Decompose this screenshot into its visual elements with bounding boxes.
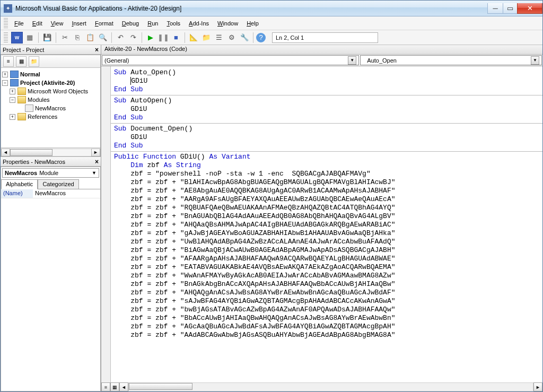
collapse-icon[interactable]: − (2, 80, 8, 86)
project-explorer-icon[interactable]: 📁 (200, 32, 212, 43)
expand-icon[interactable]: + (2, 72, 8, 77)
project-icon (10, 71, 19, 78)
menu-addins[interactable]: Add-Ins (185, 19, 213, 28)
titlebar[interactable]: ✦ Microsoft Visual Basic for Application… (1, 1, 542, 16)
view-full-icon[interactable]: ▦ (110, 382, 119, 391)
view-procedure-icon[interactable]: ≡ (101, 382, 110, 391)
project-icon (10, 79, 19, 86)
code-area: Sub Auto_Open() GDiU End Sub Sub AutoOpe… (101, 66, 542, 391)
properties-object-name: NewMacros (5, 170, 37, 176)
properties-grid[interactable]: (Name) NewMacros (1, 189, 100, 391)
chevron-down-icon[interactable]: ▼ (92, 170, 97, 176)
toolbox-icon[interactable]: 🔧 (239, 32, 250, 43)
pause-icon[interactable]: ❚❚ (157, 32, 169, 43)
menu-format[interactable]: Format (91, 19, 118, 28)
copy-icon[interactable]: ⎘ (72, 32, 83, 43)
menu-file[interactable]: File (10, 19, 28, 28)
code-document-title: Aktivite-20 - NewMacros (Code) (101, 45, 542, 55)
project-panel-label: Project - Project (3, 47, 44, 53)
stop-icon[interactable]: ■ (170, 32, 182, 43)
redo-icon[interactable]: ↷ (127, 32, 139, 43)
main-area: Project - Project × ≡ ▦ 📁 +Normal −Proje… (1, 45, 542, 391)
cut-icon[interactable]: ✂ (59, 32, 71, 43)
collapse-icon[interactable]: − (10, 97, 15, 103)
toggle-folders-icon[interactable]: 📁 (29, 56, 39, 67)
app-icon: ✦ (4, 4, 12, 13)
find-icon[interactable]: 🔍 (97, 32, 109, 43)
menu-window[interactable]: Window (213, 19, 242, 28)
scroll-right-icon[interactable]: ► (91, 149, 100, 156)
tree-modules[interactable]: Modules (28, 95, 50, 104)
module-icon (25, 104, 33, 112)
run-icon[interactable]: ▶ (145, 32, 156, 43)
close-button[interactable]: ✕ (517, 3, 542, 14)
maximize-button[interactable]: ▭ (503, 3, 518, 14)
properties-object-dropdown[interactable]: NewMacros Module ▼ (2, 168, 99, 178)
design-mode-icon[interactable]: 📐 (188, 32, 199, 43)
menubar: FileEditViewInsertFormatDebugRunToolsAdd… (1, 16, 542, 30)
project-panel-close-icon[interactable]: × (95, 46, 99, 54)
cursor-position: Ln 2, Col 1 (272, 32, 378, 43)
view-object-icon[interactable]: ▦ (16, 56, 27, 67)
chevron-down-icon[interactable]: ▼ (531, 56, 539, 65)
project-toolbar: ≡ ▦ 📁 (1, 55, 100, 68)
object-dropdown-value: (General) (104, 57, 129, 64)
tree-word-objects[interactable]: Microsoft Word Objects (28, 87, 88, 95)
procedure-dropdown-value: Auto_Open (367, 57, 397, 64)
procedure-dropdown[interactable]: Auto_Open ▼ (360, 55, 542, 65)
view-code-icon[interactable]: ≡ (3, 56, 14, 67)
menu-edit[interactable]: Edit (28, 19, 47, 28)
tree-project[interactable]: Project (Aktivite-20) (20, 79, 75, 87)
properties-tabs: Alphabetic Categorized (1, 179, 100, 189)
window-title: Microsoft Visual Basic for Applications … (15, 5, 488, 12)
folder-icon (17, 88, 26, 95)
toolbar: W ▦ 💾 ✂ ⎘ 📋 🔍 ↶ ↷ ▶ ❚❚ ■ 📐 📁 ☰ ⚙ 🔧 ? Ln … (1, 30, 542, 45)
prop-name-value[interactable]: NewMacros (33, 189, 100, 198)
menu-tools[interactable]: Tools (162, 19, 185, 28)
scroll-left-icon[interactable]: ◄ (1, 149, 10, 156)
word-icon[interactable]: W (11, 32, 23, 43)
code-combos: (General) ▼ Auto_Open ▼ (101, 55, 542, 66)
tab-alphabetic[interactable]: Alphabetic (1, 179, 38, 189)
prop-name-key[interactable]: (Name) (1, 189, 33, 198)
scroll-thumb[interactable] (129, 383, 192, 390)
menu-help[interactable]: Help (242, 19, 263, 28)
window-controls: ─ ▭ ✕ (488, 3, 542, 14)
toolbar-grip[interactable] (4, 32, 8, 43)
help-icon[interactable]: ? (256, 33, 266, 42)
expand-icon[interactable]: + (10, 89, 15, 94)
object-browser-icon[interactable]: ⚙ (226, 32, 238, 43)
menu-insert[interactable]: Insert (67, 19, 91, 28)
code-margin[interactable] (101, 66, 111, 382)
scroll-thumb[interactable] (10, 149, 52, 156)
scroll-left-icon[interactable]: ◄ (119, 382, 128, 391)
code-editor[interactable]: Sub Auto_Open() GDiU End Sub Sub AutoOpe… (111, 66, 542, 382)
project-panel-title: Project - Project × (1, 45, 101, 55)
left-panels: Project - Project × ≡ ▦ 📁 +Normal −Proje… (1, 45, 101, 391)
folder-icon (17, 113, 26, 120)
code-window: Aktivite-20 - NewMacros (Code) (General)… (101, 45, 542, 391)
code-hscroll[interactable]: ≡ ▦ ◄ ► (101, 382, 542, 391)
scroll-right-icon[interactable]: ► (533, 382, 542, 391)
view-icon[interactable]: ▦ (24, 32, 36, 43)
properties-panel-close-icon[interactable]: × (95, 158, 99, 165)
menu-run[interactable]: Run (143, 19, 162, 28)
menu-debug[interactable]: Debug (118, 19, 143, 28)
chevron-down-icon[interactable]: ▼ (348, 56, 356, 65)
paste-icon[interactable]: 📋 (84, 32, 96, 43)
project-hscroll[interactable]: ◄ ► (1, 147, 100, 156)
tab-categorized[interactable]: Categorized (38, 179, 78, 189)
tree-references[interactable]: References (28, 112, 57, 121)
undo-icon[interactable]: ↶ (115, 32, 126, 43)
properties-icon[interactable]: ☰ (213, 32, 225, 43)
tree-newmacros[interactable]: NewMacros (35, 104, 66, 112)
expand-icon[interactable]: + (10, 114, 15, 120)
object-dropdown[interactable]: (General) ▼ (102, 55, 359, 65)
project-tree[interactable]: +Normal −Project (Aktivite-20) +Microsof… (1, 68, 100, 147)
tree-normal[interactable]: Normal (20, 70, 40, 79)
save-icon[interactable]: 💾 (41, 32, 53, 43)
minimize-button[interactable]: ─ (487, 3, 503, 14)
properties-panel: NewMacros Module ▼ Alphabetic Categorize… (1, 167, 101, 391)
menu-view[interactable]: View (47, 19, 68, 28)
toolbar-grip[interactable] (4, 18, 8, 29)
